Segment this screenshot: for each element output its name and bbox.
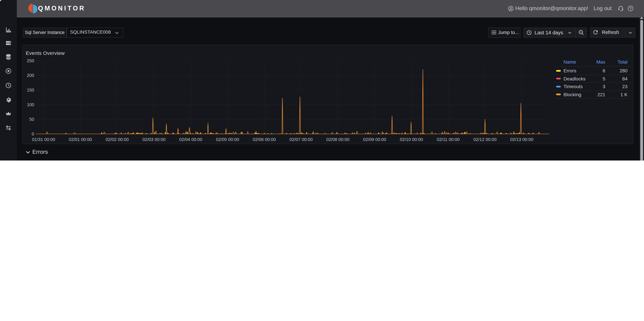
svg-text:02/01 00:00: 02/01 00:00 (69, 137, 92, 142)
svg-text:100: 100 (27, 102, 34, 107)
svg-text:02/08 00:00: 02/08 00:00 (326, 137, 350, 142)
svg-text:02/07 00:00: 02/07 00:00 (290, 137, 312, 142)
svg-text:02/13 00:00: 02/13 00:00 (510, 137, 533, 142)
svg-text:02/12 00:00: 02/12 00:00 (474, 137, 496, 142)
svg-text:02/03 00:00: 02/03 00:00 (142, 137, 166, 142)
svg-text:02/04 00:00: 02/04 00:00 (179, 137, 202, 142)
svg-text:02/11 00:00: 02/11 00:00 (437, 137, 460, 142)
svg-text:50: 50 (29, 117, 34, 122)
svg-text:02/06 00:00: 02/06 00:00 (253, 137, 276, 142)
svg-text:02/05 00:00: 02/05 00:00 (216, 137, 239, 142)
svg-text:02/09 00:00: 02/09 00:00 (363, 137, 386, 142)
svg-text:0: 0 (32, 131, 34, 136)
svg-text:01/31 00:00: 01/31 00:00 (32, 137, 55, 142)
svg-text:02/02 00:00: 02/02 00:00 (106, 137, 129, 142)
svg-text:02/10 00:00: 02/10 00:00 (400, 137, 423, 142)
svg-text:200: 200 (27, 73, 34, 78)
svg-text:250: 250 (27, 58, 34, 63)
svg-text:150: 150 (27, 87, 34, 92)
